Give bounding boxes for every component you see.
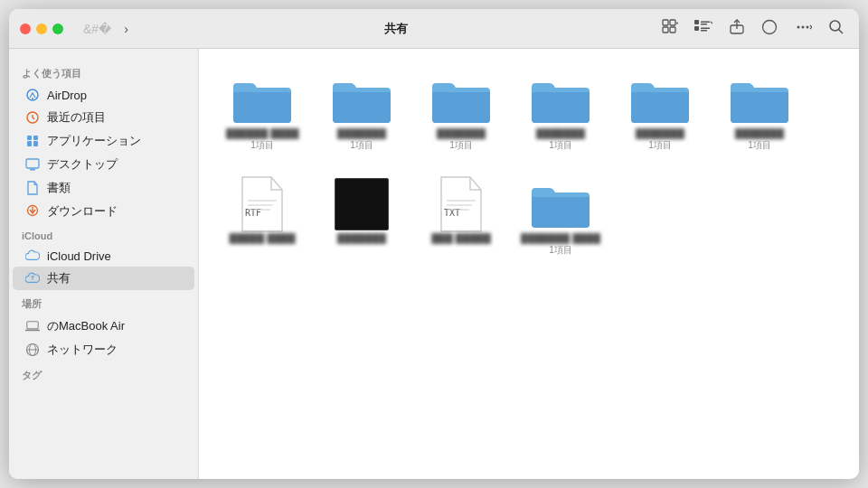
svg-rect-6: [701, 21, 710, 23]
tag-icon[interactable]: [758, 17, 781, 41]
view-grid-icon[interactable]: [658, 17, 682, 41]
svg-rect-7: [701, 23, 707, 25]
view-list-icon[interactable]: [691, 17, 716, 41]
nav-buttons: &#� ›: [78, 18, 134, 40]
section-label-locations: 場所: [9, 290, 198, 314]
file-name-5: ███████: [636, 128, 685, 139]
sidebar-item-airdrop-label: AirDrop: [47, 89, 87, 102]
sidebar-item-airdrop[interactable]: AirDrop: [13, 84, 194, 106]
file-sub-2: 1項目: [350, 139, 373, 152]
sidebar-item-applications-label: アプリケーション: [47, 133, 141, 149]
minimize-button[interactable]: [36, 23, 47, 34]
applications-icon: [25, 134, 40, 148]
sidebar-item-icloud-drive-label: iCloud Drive: [47, 249, 111, 263]
svg-rect-8: [701, 27, 710, 29]
sidebar-item-icloud-drive[interactable]: iCloud Drive: [13, 245, 194, 267]
sidebar-item-downloads-label: ダウンロード: [47, 203, 118, 220]
svg-rect-0: [663, 20, 668, 25]
svg-rect-4: [694, 20, 699, 24]
sidebar-item-desktop-label: デスクトップ: [47, 156, 118, 173]
sidebar-item-downloads[interactable]: ダウンロード: [13, 200, 194, 223]
folder-icon-5: [627, 72, 693, 127]
documents-icon: [25, 181, 40, 195]
svg-rect-5: [694, 26, 699, 31]
file-name-txt: ███ █████: [431, 233, 490, 244]
svg-point-18: [32, 98, 33, 99]
file-item-txt[interactable]: TXT ███ █████: [416, 172, 506, 262]
file-name-black: ███████: [337, 233, 387, 244]
svg-rect-22: [27, 136, 32, 140]
main-content: よく使う項目 AirDrop 最: [9, 49, 859, 479]
file-sub-5: 1項目: [648, 139, 672, 152]
folder-icon-7: [528, 177, 593, 231]
file-item-folder-4[interactable]: ███████ 1項目: [515, 67, 606, 157]
share-icon[interactable]: [725, 17, 749, 41]
file-item-folder-2[interactable]: ███████ 1項目: [316, 67, 407, 157]
traffic-lights: [20, 23, 63, 34]
file-grid-row2: RTF █████ ████ ███████: [217, 172, 841, 262]
file-area: ██████ ████ 1項目 ███████ 1項目: [199, 49, 859, 479]
svg-point-12: [797, 25, 800, 28]
sidebar-item-documents-label: 書類: [47, 180, 71, 196]
svg-rect-24: [26, 159, 39, 168]
network-icon: [25, 343, 40, 357]
window-title: 共有: [141, 21, 651, 37]
file-sub-3: 1項目: [449, 139, 473, 152]
desktop-icon: [25, 157, 40, 172]
file-sub-4: 1項目: [549, 139, 572, 152]
black-file-icon: [329, 177, 394, 231]
rtf-icon: RTF: [230, 177, 295, 231]
file-sub-6: 1項目: [748, 139, 771, 152]
file-name-7: ███████ ████: [521, 233, 601, 244]
sidebar-item-network[interactable]: ネットワーク: [13, 338, 194, 361]
svg-line-16: [839, 29, 844, 33]
file-name-6: ███████: [735, 128, 785, 139]
svg-rect-21: [33, 141, 38, 146]
airdrop-icon: [25, 88, 40, 102]
toolbar-right: [658, 17, 848, 41]
section-label-icloud: iCloud: [9, 223, 198, 245]
svg-rect-25: [30, 169, 35, 171]
sidebar: よく使う項目 AirDrop 最: [9, 49, 199, 479]
back-button[interactable]: &#�: [78, 18, 117, 40]
file-name-rtf: █████ ████: [229, 233, 295, 244]
file-item-folder-7[interactable]: ███████ ████ 1項目: [515, 172, 606, 262]
file-item-black[interactable]: ███████: [316, 172, 407, 262]
icloud-icon: [25, 249, 40, 263]
svg-point-11: [763, 20, 777, 33]
macbook-icon: [25, 319, 40, 333]
sidebar-item-network-label: ネットワーク: [47, 342, 118, 358]
svg-point-13: [802, 25, 805, 28]
sidebar-item-shared-label: 共有: [47, 270, 71, 286]
sidebar-item-applications[interactable]: アプリケーション: [13, 129, 194, 153]
file-item-folder-1[interactable]: ██████ ████ 1項目: [217, 67, 307, 157]
file-name-1: ██████ ████: [226, 128, 299, 139]
file-item-folder-6[interactable]: ███████ 1項目: [714, 67, 805, 157]
sidebar-item-recents[interactable]: 最近の項目: [13, 106, 194, 129]
search-icon[interactable]: [825, 17, 848, 41]
svg-rect-9: [701, 30, 707, 32]
file-grid-row1: ██████ ████ 1項目 ███████ 1項目: [217, 67, 841, 157]
more-icon[interactable]: [790, 17, 816, 41]
svg-rect-29: [27, 322, 38, 329]
file-name-3: ███████: [437, 128, 486, 139]
svg-rect-3: [670, 27, 675, 33]
svg-point-14: [807, 25, 809, 28]
sidebar-item-desktop[interactable]: デスクトップ: [13, 153, 194, 176]
file-item-folder-3[interactable]: ███████ 1項目: [416, 67, 506, 157]
file-name-2: ███████: [337, 128, 387, 139]
folder-icon-3: [429, 72, 494, 127]
close-button[interactable]: [20, 23, 31, 34]
file-item-rtf[interactable]: RTF █████ ████: [217, 172, 307, 262]
maximize-button[interactable]: [52, 23, 63, 34]
sidebar-item-macbook-label: のMacBook Air: [47, 318, 125, 334]
titlebar: &#� › 共有: [9, 9, 859, 49]
sidebar-item-macbook[interactable]: のMacBook Air: [13, 314, 194, 338]
forward-button[interactable]: ›: [118, 18, 134, 40]
sidebar-item-shared[interactable]: 共有: [13, 267, 194, 290]
recents-icon: [25, 110, 40, 125]
sidebar-item-documents[interactable]: 書類: [13, 176, 194, 200]
file-sub-1: 1項目: [250, 139, 274, 152]
file-name-4: ███████: [536, 128, 586, 139]
file-item-folder-5[interactable]: ███████ 1項目: [615, 67, 705, 157]
